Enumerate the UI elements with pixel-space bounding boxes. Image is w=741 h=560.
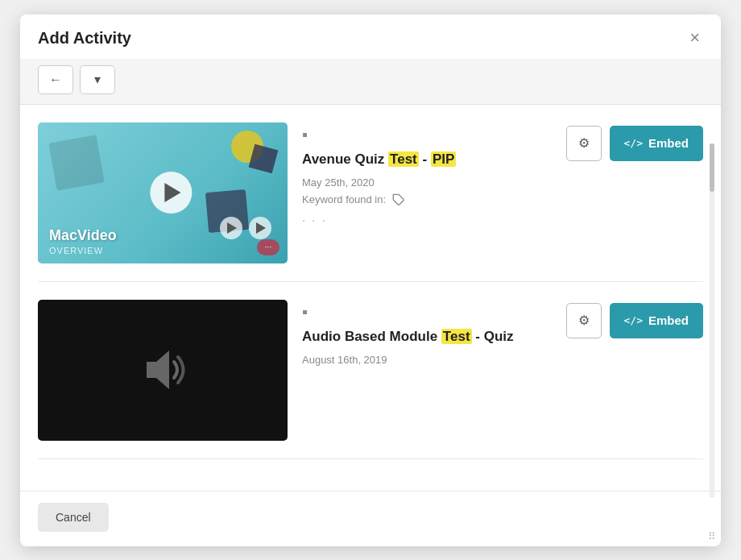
item-type-icon: ▪	[302, 126, 552, 144]
items-list: MacVideo OVERVIEW ··· ▪ Avenue Quiz Test…	[20, 105, 721, 491]
highlight-test-2: Test	[441, 329, 472, 344]
item-info-2: ▪ Audio Based Module Test - Quiz August …	[302, 300, 552, 366]
list-item: MacVideo OVERVIEW ··· ▪ Avenue Quiz Test…	[38, 105, 703, 282]
item-title: Avenue Quiz Test - PIP	[302, 151, 552, 168]
scrollbar[interactable]	[710, 143, 714, 498]
item-date-2: August 16th, 2019	[302, 354, 552, 366]
item-thumbnail-2	[38, 300, 288, 441]
back-icon: ←	[49, 73, 62, 87]
embed-button-1[interactable]: </> Embed	[610, 126, 704, 161]
highlight-pip: PIP	[431, 151, 456, 167]
close-button[interactable]: ×	[686, 29, 703, 47]
ellipsis: · · ·	[302, 213, 552, 226]
video-thumbnail: MacVideo OVERVIEW ···	[38, 122, 288, 263]
dropdown-button[interactable]: ▾	[80, 65, 115, 94]
embed-code-icon: </>	[624, 137, 643, 149]
modal-title: Add Activity	[38, 29, 131, 48]
scrollbar-track	[710, 143, 714, 498]
cancel-button[interactable]: Cancel	[38, 503, 109, 532]
embed-label-2: Embed	[648, 313, 689, 327]
settings-button-2[interactable]: ⚙	[566, 303, 602, 338]
gear-icon: ⚙	[578, 135, 590, 151]
dots-badge: ···	[257, 239, 279, 255]
chevron-down-icon: ▾	[94, 72, 101, 87]
audio-thumbnail	[38, 300, 288, 441]
add-activity-modal: Add Activity × ← ▾	[20, 15, 721, 546]
keyword-tag-icon	[392, 193, 405, 207]
item-type-icon-2: ▪	[302, 303, 552, 321]
gear-icon-2: ⚙	[578, 313, 590, 328]
modal-footer: Cancel	[20, 491, 721, 546]
settings-button-1[interactable]: ⚙	[566, 126, 602, 161]
thumbnail-subtext: OVERVIEW	[49, 246, 103, 255]
svg-marker-1	[147, 351, 169, 389]
modal-header: Add Activity ×	[20, 15, 721, 59]
toolbar: ← ▾	[20, 59, 721, 105]
thumbnail-overlay: MacVideo OVERVIEW	[38, 122, 288, 263]
item-actions: ⚙ </> Embed	[566, 122, 704, 161]
thumbnail-text: MacVideo	[49, 227, 117, 244]
item-thumbnail: MacVideo OVERVIEW ···	[38, 122, 288, 263]
resize-handle: ⠿	[708, 531, 716, 541]
speaker-icon	[139, 346, 187, 394]
embed-button-2[interactable]: </> Embed	[610, 303, 704, 338]
keyword-label: Keyword found in:	[302, 193, 552, 207]
highlight-test: Test	[388, 151, 419, 167]
item-actions-2: ⚙ </> Embed	[566, 300, 704, 338]
scrollbar-thumb	[710, 143, 714, 192]
embed-code-icon-2: </>	[624, 314, 643, 326]
item-info: ▪ Avenue Quiz Test - PIP May 25th, 2020 …	[302, 122, 552, 227]
embed-label: Embed	[648, 136, 689, 150]
back-button[interactable]: ←	[38, 65, 73, 94]
item-date: May 25th, 2020	[302, 176, 552, 189]
list-item: ▪ Audio Based Module Test - Quiz August …	[38, 282, 703, 459]
item-title-2: Audio Based Module Test - Quiz	[302, 328, 552, 346]
